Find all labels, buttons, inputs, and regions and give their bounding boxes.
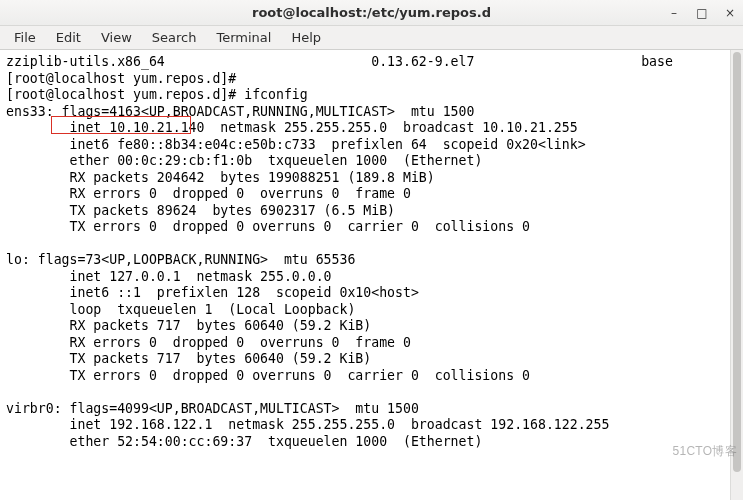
terminal-line xyxy=(6,384,739,401)
terminal-line: virbr0: flags=4099<UP,BROADCAST,MULTICAS… xyxy=(6,401,739,418)
terminal-line: inet 127.0.0.1 netmask 255.0.0.0 xyxy=(6,269,739,286)
terminal-line: ens33: flags=4163<UP,BROADCAST,RUNNING,M… xyxy=(6,104,739,121)
terminal-line: ether 00:0c:29:cb:f1:0b txqueuelen 1000 … xyxy=(6,153,739,170)
menubar: File Edit View Search Terminal Help xyxy=(0,26,743,50)
terminal-line: ether 52:54:00:cc:69:37 txqueuelen 1000 … xyxy=(6,434,739,451)
terminal-line: TX packets 717 bytes 60640 (59.2 KiB) xyxy=(6,351,739,368)
vertical-scrollbar[interactable] xyxy=(730,50,743,500)
window-controls: – □ × xyxy=(667,0,737,25)
menu-help[interactable]: Help xyxy=(281,28,331,47)
menu-search[interactable]: Search xyxy=(142,28,207,47)
terminal-line: TX errors 0 dropped 0 overruns 0 carrier… xyxy=(6,219,739,236)
terminal-line: RX packets 717 bytes 60640 (59.2 KiB) xyxy=(6,318,739,335)
maximize-icon[interactable]: □ xyxy=(695,6,709,20)
terminal-line: TX errors 0 dropped 0 overruns 0 carrier… xyxy=(6,368,739,385)
terminal-line: inet 192.168.122.1 netmask 255.255.255.0… xyxy=(6,417,739,434)
terminal-line: RX errors 0 dropped 0 overruns 0 frame 0 xyxy=(6,335,739,352)
terminal-output[interactable]: zziplib-utils.x86_64 0.13.62-9.el7 base[… xyxy=(0,50,743,454)
terminal-line: zziplib-utils.x86_64 0.13.62-9.el7 base xyxy=(6,54,739,71)
close-icon[interactable]: × xyxy=(723,6,737,20)
scrollbar-thumb[interactable] xyxy=(733,52,741,472)
terminal-line: RX packets 204642 bytes 199088251 (189.8… xyxy=(6,170,739,187)
menu-view[interactable]: View xyxy=(91,28,142,47)
menu-edit[interactable]: Edit xyxy=(46,28,91,47)
terminal-line: RX errors 0 dropped 0 overruns 0 frame 0 xyxy=(6,186,739,203)
minimize-icon[interactable]: – xyxy=(667,6,681,20)
terminal-line: loop txqueuelen 1 (Local Loopback) xyxy=(6,302,739,319)
terminal-line xyxy=(6,236,739,253)
window-title: root@localhost:/etc/yum.repos.d xyxy=(0,5,743,20)
terminal-line: inet6 fe80::8b34:e04c:e50b:c733 prefixle… xyxy=(6,137,739,154)
terminal-line: [root@localhost yum.repos.d]# xyxy=(6,71,739,88)
terminal-line: lo: flags=73<UP,LOOPBACK,RUNNING> mtu 65… xyxy=(6,252,739,269)
window-titlebar: root@localhost:/etc/yum.repos.d – □ × xyxy=(0,0,743,26)
terminal-line: inet6 ::1 prefixlen 128 scopeid 0x10<hos… xyxy=(6,285,739,302)
menu-terminal[interactable]: Terminal xyxy=(206,28,281,47)
menu-file[interactable]: File xyxy=(4,28,46,47)
terminal-line: inet 10.10.21.140 netmask 255.255.255.0 … xyxy=(6,120,739,137)
terminal-line: [root@localhost yum.repos.d]# ifconfig xyxy=(6,87,739,104)
terminal-line: TX packets 89624 bytes 6902317 (6.5 MiB) xyxy=(6,203,739,220)
